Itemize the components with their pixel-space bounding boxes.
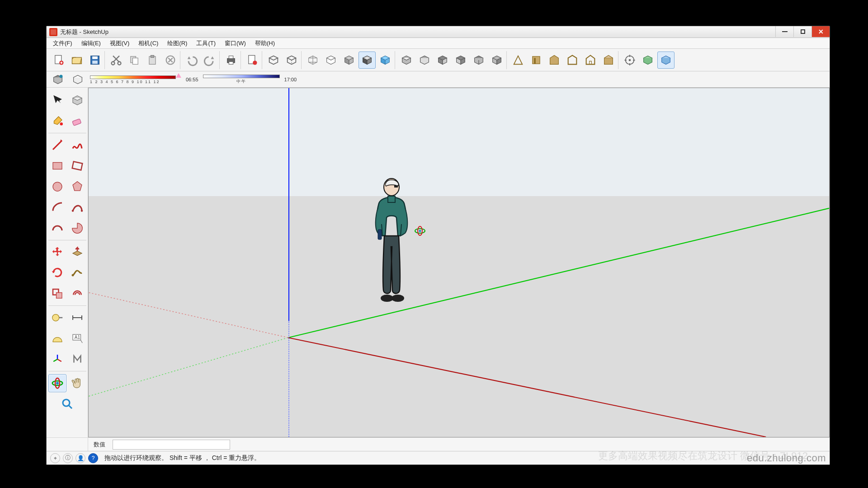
position-camera-button[interactable] bbox=[621, 52, 638, 69]
window-close-button[interactable]: ✕ bbox=[811, 26, 830, 37]
scene-3-button[interactable] bbox=[546, 52, 563, 69]
style-wireframe-button[interactable] bbox=[304, 52, 321, 69]
menu-draw[interactable]: 绘图(R) bbox=[163, 38, 192, 48]
redo-button[interactable] bbox=[201, 52, 218, 69]
menu-camera[interactable]: 相机(C) bbox=[134, 38, 163, 48]
shadow-toggle-button[interactable] bbox=[70, 72, 85, 87]
scene-2-button[interactable] bbox=[528, 52, 545, 69]
view-back-button[interactable] bbox=[470, 52, 487, 69]
svg-point-38 bbox=[56, 382, 59, 385]
eraser-tool[interactable] bbox=[68, 112, 86, 130]
svg-point-29 bbox=[80, 210, 83, 212]
style-monochrome-button[interactable] bbox=[377, 52, 394, 69]
date-slider-handle[interactable] bbox=[176, 73, 181, 78]
scene-1-button[interactable] bbox=[509, 52, 527, 69]
orbit-tool[interactable] bbox=[48, 374, 66, 392]
view-right-button[interactable] bbox=[452, 52, 469, 69]
orbit-cursor-icon bbox=[414, 226, 426, 236]
geolocate-icon[interactable]: ⌖ bbox=[50, 453, 60, 463]
svg-rect-4 bbox=[92, 61, 98, 64]
open-file-button[interactable] bbox=[68, 52, 85, 69]
style-shaded-textures-button[interactable] bbox=[359, 52, 376, 69]
time-end-label: 17:00 bbox=[284, 77, 297, 82]
cut-button[interactable] bbox=[108, 52, 125, 69]
line-tool[interactable] bbox=[48, 136, 66, 154]
walk-button[interactable] bbox=[639, 52, 656, 69]
signin-icon[interactable]: 👤 bbox=[75, 453, 85, 463]
menu-bar: 文件(F) 编辑(E) 视图(V) 相机(C) 绘图(R) 工具(T) 窗口(W… bbox=[47, 38, 830, 49]
circle-tool[interactable] bbox=[48, 178, 66, 196]
help-icon[interactable]: ? bbox=[88, 453, 98, 463]
style-hiddenline-button[interactable] bbox=[322, 52, 340, 69]
window-minimize-button[interactable] bbox=[775, 26, 793, 37]
zoom-tool[interactable] bbox=[58, 395, 76, 413]
look-around-button[interactable] bbox=[657, 52, 675, 69]
select-tool[interactable] bbox=[48, 91, 66, 109]
menu-view[interactable]: 视图(V) bbox=[105, 38, 134, 48]
svg-point-27 bbox=[53, 182, 62, 191]
3d-text-tool[interactable] bbox=[68, 350, 86, 368]
text-tool[interactable]: A1 bbox=[68, 329, 86, 347]
three-point-arc-tool[interactable] bbox=[48, 219, 66, 237]
menu-window[interactable]: 窗口(W) bbox=[220, 38, 250, 48]
menu-tools[interactable]: 工具(T) bbox=[192, 38, 220, 48]
delete-button[interactable] bbox=[162, 52, 179, 69]
menu-file[interactable]: 文件(F) bbox=[48, 38, 77, 48]
window-title: 无标题 - SketchUp bbox=[60, 28, 775, 36]
measurements-input[interactable] bbox=[113, 440, 230, 450]
shadow-settings-button[interactable] bbox=[50, 72, 66, 87]
svg-point-16 bbox=[253, 61, 257, 65]
model-viewport[interactable] bbox=[88, 88, 830, 437]
status-bar: ⌖ ⓘ 👤 ? 拖动以进行环绕观察。 Shift = 平移 ， Ctrl = 重… bbox=[47, 451, 830, 465]
polygon-tool[interactable] bbox=[68, 178, 86, 196]
app-icon bbox=[49, 28, 57, 36]
view-left-button[interactable] bbox=[488, 52, 505, 69]
style-shaded-button[interactable] bbox=[340, 52, 358, 69]
rectangle-tool[interactable] bbox=[48, 157, 66, 175]
svg-rect-17 bbox=[533, 56, 540, 63]
window-maximize-button[interactable] bbox=[793, 26, 811, 37]
axes-overlay bbox=[89, 88, 829, 437]
model-info-button[interactable] bbox=[244, 52, 261, 69]
make-component-tool[interactable] bbox=[68, 91, 86, 109]
date-slider[interactable]: 1 2 3 4 5 6 7 8 9 10 11 12 bbox=[90, 75, 181, 84]
view-iso-button[interactable] bbox=[398, 52, 415, 69]
copy-button[interactable] bbox=[126, 52, 143, 69]
pan-tool[interactable] bbox=[68, 374, 86, 392]
scene-6-button[interactable] bbox=[600, 52, 617, 69]
print-button[interactable] bbox=[222, 52, 240, 69]
new-file-button[interactable] bbox=[50, 52, 67, 69]
axes-tool[interactable] bbox=[48, 350, 66, 368]
dimension-tool[interactable] bbox=[68, 309, 86, 327]
scale-tool[interactable] bbox=[48, 285, 66, 303]
paint-bucket-tool[interactable] bbox=[48, 112, 66, 130]
tape-measure-tool[interactable] bbox=[48, 309, 66, 327]
svg-rect-24 bbox=[72, 119, 81, 126]
arc-tool[interactable] bbox=[48, 198, 66, 216]
offset-tool[interactable] bbox=[68, 285, 86, 303]
view-top-button[interactable] bbox=[416, 52, 433, 69]
pie-tool[interactable] bbox=[68, 219, 86, 237]
shadows-toolbar: 1 2 3 4 5 6 7 8 9 10 11 12 06:55 中午 17:0… bbox=[47, 71, 830, 88]
protractor-tool[interactable] bbox=[48, 329, 66, 347]
rotated-rectangle-tool[interactable] bbox=[68, 157, 86, 175]
style-backedges-button[interactable] bbox=[283, 52, 300, 69]
view-front-button[interactable] bbox=[434, 52, 451, 69]
scene-5-button[interactable] bbox=[582, 52, 599, 69]
freehand-tool[interactable] bbox=[68, 136, 86, 154]
time-slider[interactable]: 中午 bbox=[203, 75, 280, 84]
scene-4-button[interactable] bbox=[564, 52, 581, 69]
paste-button[interactable] bbox=[144, 52, 161, 69]
menu-edit[interactable]: 编辑(E) bbox=[77, 38, 105, 48]
menu-help[interactable]: 帮助(H) bbox=[250, 38, 279, 48]
save-file-button[interactable] bbox=[86, 52, 104, 69]
measurements-label: 数值 bbox=[88, 441, 111, 449]
move-tool[interactable] bbox=[48, 243, 66, 261]
push-pull-tool[interactable] bbox=[68, 243, 86, 261]
credits-icon[interactable]: ⓘ bbox=[63, 453, 73, 463]
follow-me-tool[interactable] bbox=[68, 264, 86, 282]
undo-button[interactable] bbox=[183, 52, 200, 69]
rotate-tool[interactable] bbox=[48, 264, 66, 282]
style-xray-button[interactable] bbox=[265, 52, 282, 69]
two-point-arc-tool[interactable] bbox=[68, 198, 86, 216]
